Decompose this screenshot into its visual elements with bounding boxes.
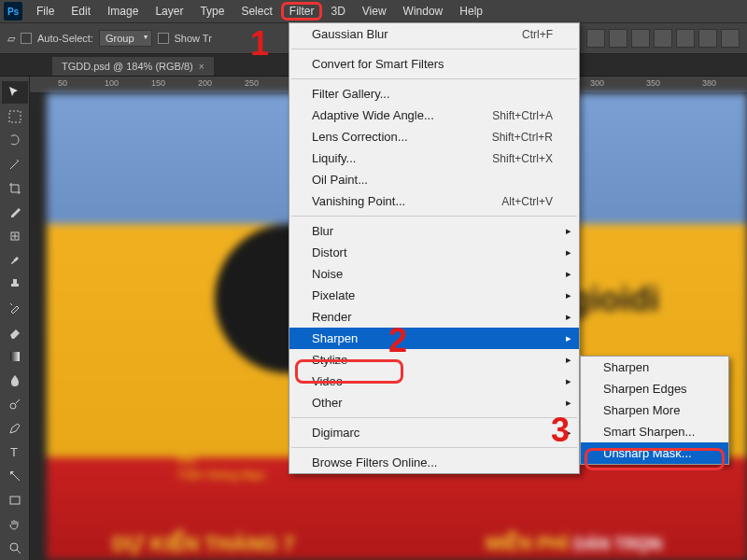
menu-filter[interactable]: Filter: [281, 2, 323, 21]
show-transform-checkbox[interactable]: [158, 33, 169, 44]
billboard-address: 80 Trần Hưng Đạo: [177, 448, 265, 482]
menu-lens-correction[interactable]: Lens Correction...Shift+Ctrl+R: [289, 126, 579, 147]
rectangle-tool[interactable]: [2, 489, 28, 511]
wand-tool[interactable]: [2, 153, 28, 175]
lasso-tool[interactable]: [2, 129, 28, 151]
menu-last-filter[interactable]: Gaussian Blur Ctrl+F: [289, 23, 579, 45]
dodge-tool[interactable]: [2, 393, 28, 415]
menu-vanishing-point[interactable]: Vanishing Point...Alt+Ctrl+V: [289, 190, 579, 212]
eyedropper-tool[interactable]: [2, 202, 28, 224]
banner-left-text: DỰ KIẾN THÁNG 7: [112, 532, 295, 556]
document-tab-title: TGDD.psd @ 184% (RGB/8): [62, 61, 193, 72]
filter-menu: Gaussian Blur Ctrl+F Convert for Smart F…: [289, 22, 580, 474]
menu-adaptive-wide-angle[interactable]: Adaptive Wide Angle...Shift+Ctrl+A: [289, 105, 579, 126]
gradient-tool[interactable]: [2, 345, 28, 368]
sharpen-submenu: Sharpen Sharpen Edges Sharpen More Smart…: [580, 356, 729, 465]
menu-window[interactable]: Window: [395, 2, 452, 21]
brush-tool[interactable]: [2, 249, 28, 272]
menubar: Ps File Edit Image Layer Type Select Fil…: [0, 0, 747, 22]
menu-filter-gallery[interactable]: Filter Gallery...: [289, 83, 579, 105]
svg-point-3: [10, 403, 16, 409]
menu-separator: [291, 78, 577, 79]
billboard-brand: gioidi: [570, 280, 659, 319]
hand-tool[interactable]: [2, 513, 28, 536]
align-icon[interactable]: [654, 29, 672, 48]
menu-layer[interactable]: Layer: [147, 2, 191, 21]
align-icon[interactable]: [676, 29, 695, 48]
svg-text:T: T: [10, 445, 18, 459]
banner-right-text: MIỄN PHÍ DÁN TRỌN: [486, 532, 662, 554]
align-icon[interactable]: [631, 29, 650, 48]
menu-stylize[interactable]: Stylize: [289, 349, 579, 371]
align-icon[interactable]: [698, 29, 717, 48]
eraser-tool[interactable]: [2, 321, 28, 343]
menu-pixelate[interactable]: Pixelate: [289, 285, 579, 306]
align-icon[interactable]: [586, 29, 605, 48]
auto-select-checkbox[interactable]: [21, 33, 32, 44]
document-tab[interactable]: TGDD.psd @ 184% (RGB/8) ×: [52, 57, 214, 76]
menu-sharpen[interactable]: Sharpen: [289, 328, 579, 349]
pen-tool[interactable]: [2, 417, 28, 440]
history-brush-tool[interactable]: [2, 297, 28, 319]
menu-separator: [291, 417, 577, 418]
crop-tool[interactable]: [2, 177, 28, 200]
menu-noise[interactable]: Noise: [289, 263, 579, 285]
menu-separator: [291, 216, 577, 217]
menu-blur[interactable]: Blur: [289, 220, 579, 242]
menu-render[interactable]: Render: [289, 306, 579, 328]
auto-select-label: Auto-Select:: [37, 33, 93, 44]
move-tool-icon: ▱: [7, 33, 15, 45]
submenu-smart-sharpen[interactable]: Smart Sharpen...: [581, 421, 728, 442]
menu-edit[interactable]: Edit: [63, 2, 99, 21]
align-icon[interactable]: [721, 29, 740, 48]
path-tool[interactable]: [2, 465, 28, 487]
submenu-sharpen-more[interactable]: Sharpen More: [581, 399, 728, 421]
marquee-tool[interactable]: [2, 105, 28, 128]
menu-view[interactable]: View: [354, 2, 395, 21]
type-tool[interactable]: T: [2, 441, 28, 464]
submenu-sharpen[interactable]: Sharpen: [581, 357, 728, 378]
menu-select[interactable]: Select: [233, 2, 280, 21]
stamp-tool[interactable]: [2, 273, 28, 296]
svg-rect-5: [10, 497, 20, 504]
show-transform-label: Show Tr: [175, 33, 212, 44]
move-tool[interactable]: [2, 81, 28, 104]
menu-3d[interactable]: 3D: [322, 2, 353, 21]
menu-help[interactable]: Help: [451, 2, 491, 21]
menu-browse-filters[interactable]: Browse Filters Online...: [289, 452, 579, 473]
heal-tool[interactable]: [2, 225, 28, 247]
menu-liquify[interactable]: Liquify...Shift+Ctrl+X: [289, 147, 579, 169]
tools-panel: T: [0, 77, 30, 560]
submenu-unsharp-mask[interactable]: Unsharp Mask...: [581, 442, 728, 464]
group-dropdown[interactable]: Group: [99, 30, 152, 47]
submenu-sharpen-edges[interactable]: Sharpen Edges: [581, 378, 728, 399]
menu-convert-smart[interactable]: Convert for Smart Filters: [289, 53, 579, 75]
menu-other[interactable]: Other: [289, 392, 579, 413]
ps-logo: Ps: [4, 2, 22, 21]
blur-tool[interactable]: [2, 369, 28, 391]
menu-digimarc[interactable]: Digimarc: [289, 422, 579, 443]
menu-file[interactable]: File: [28, 2, 63, 21]
menu-distort[interactable]: Distort: [289, 242, 579, 263]
menu-image[interactable]: Image: [99, 2, 147, 21]
svg-rect-2: [10, 352, 20, 361]
menu-video[interactable]: Video: [289, 371, 579, 392]
menu-oil-paint[interactable]: Oil Paint...: [289, 169, 579, 190]
zoom-tool[interactable]: [2, 537, 28, 559]
menu-separator: [291, 49, 577, 49]
menu-type[interactable]: Type: [191, 2, 233, 21]
close-tab-icon[interactable]: ×: [199, 62, 204, 72]
svg-rect-0: [9, 111, 21, 122]
menu-separator: [291, 447, 577, 448]
svg-point-6: [10, 543, 18, 551]
align-icon[interactable]: [609, 29, 627, 48]
